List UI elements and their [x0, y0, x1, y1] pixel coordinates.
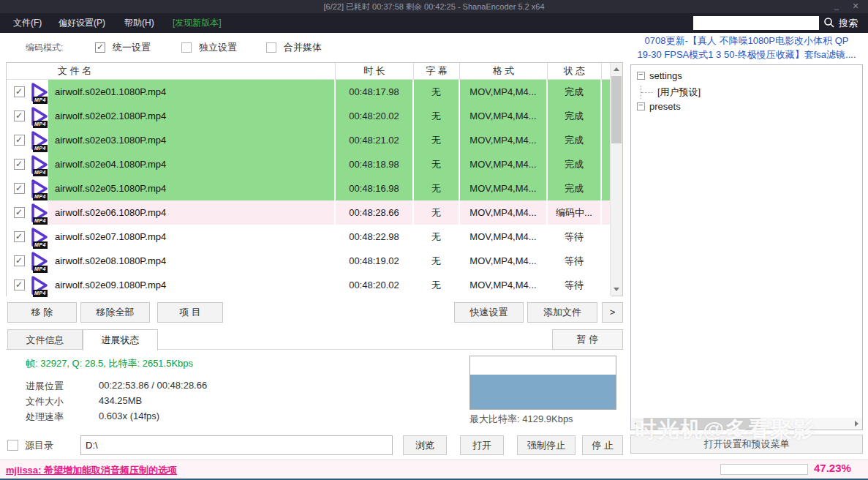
- mp4-badge: MP4: [33, 97, 48, 104]
- file-name: airwolf.s02e02.1080P.mp4: [55, 110, 166, 121]
- row-checkbox[interactable]: [14, 255, 25, 266]
- table-row[interactable]: MP4 airwolf.s02e02.1080P.mp4 00:48:20.02…: [7, 104, 611, 128]
- table-row[interactable]: MP4 airwolf.s02e04.1080P.mp4 00:48:18.98…: [7, 152, 611, 176]
- tree-item-presets[interactable]: presets: [637, 101, 681, 114]
- video-file-icon: MP4: [28, 105, 50, 127]
- remove-button[interactable]: 移 除: [7, 302, 77, 323]
- row-checkbox[interactable]: [14, 231, 25, 242]
- table-row[interactable]: MP4 airwolf.s02e01.1080P.mp4 00:48:17.98…: [7, 80, 611, 104]
- status-message[interactable]: mjlissa: 希望增加能取消音频压制的选项: [6, 464, 177, 477]
- table-row[interactable]: MP4 airwolf.s02e07.1080P.mp4 00:48:22.98…: [7, 225, 611, 249]
- tab-file-info[interactable]: 文件信息: [7, 329, 83, 350]
- status-cell: 编码中...: [548, 200, 602, 225]
- table-row[interactable]: MP4 airwolf.s02e03.1080P.mp4 00:48:21.02…: [7, 128, 611, 152]
- tree-horizontal-scrollbar[interactable]: [631, 418, 862, 430]
- format-cell: MOV,MP4,M4...: [460, 273, 548, 297]
- tab-progress-status[interactable]: 进展状态: [83, 329, 158, 350]
- file-queue-table: 文 件 名 时 长 字 幕 格 式 状 态 MP4 airwolf.s02e01…: [6, 62, 623, 296]
- menu-file[interactable]: 文件(F): [13, 13, 42, 33]
- browse-button[interactable]: 浏览: [403, 435, 447, 455]
- status-cell: 完成: [548, 176, 602, 200]
- collapse-icon[interactable]: [637, 72, 645, 80]
- row-checkbox[interactable]: [14, 183, 25, 194]
- file-name: airwolf.s02e08.1080P.mp4: [55, 255, 166, 266]
- file-cell: MP4 airwolf.s02e05.1080P.mp4: [7, 176, 336, 200]
- more-button[interactable]: >: [602, 302, 623, 323]
- force-stop-button[interactable]: 强制停止: [517, 435, 575, 455]
- video-file-icon: MP4: [28, 226, 50, 248]
- shanaencoder-window: [6/22] 已耗时 00:37:58 剩余 00:42:25 - ShanaE…: [0, 0, 868, 480]
- row-checkbox[interactable]: [14, 110, 25, 121]
- bitrate-chart-fill: [470, 375, 616, 409]
- preset-link-line2[interactable]: 19-30 FPSA模式1 3 50-终极慢压收藏】套fsa滤镜....: [629, 48, 864, 62]
- status-cell: 等待: [548, 273, 602, 297]
- table-row[interactable]: MP4 airwolf.s02e05.1080P.mp4 00:48:16.98…: [7, 176, 611, 200]
- search-input[interactable]: [693, 16, 819, 30]
- checkbox-icon[interactable]: [266, 42, 276, 53]
- video-file-icon: MP4: [28, 178, 50, 200]
- mp4-badge: MP4: [33, 266, 48, 273]
- file-size-label: 文件大小: [26, 395, 64, 408]
- scroll-left-icon[interactable]: [631, 418, 643, 430]
- scroll-down-icon[interactable]: [611, 283, 622, 296]
- mp4-badge: MP4: [33, 290, 48, 297]
- mp4-badge: MP4: [33, 145, 48, 152]
- close-button[interactable]: ✕: [848, 0, 864, 13]
- duration-cell: 00:48:16.98: [336, 176, 414, 200]
- remove-all-button[interactable]: 移除全部: [80, 302, 150, 323]
- scrollbar-thumb[interactable]: [644, 418, 761, 430]
- file-size-value: 434.25MB: [99, 395, 142, 406]
- scroll-up-icon[interactable]: [611, 63, 622, 75]
- quick-settings-button[interactable]: 快速设置: [454, 302, 524, 323]
- file-name: airwolf.s02e05.1080P.mp4: [55, 183, 166, 194]
- tree-item-settings[interactable]: settings: [637, 70, 682, 83]
- add-files-button[interactable]: 添加文件: [527, 302, 597, 323]
- column-header-filename[interactable]: 文 件 名: [7, 63, 336, 79]
- output-path-input[interactable]: [80, 435, 393, 455]
- search-button[interactable]: 搜索: [839, 13, 858, 33]
- duration-cell: 00:48:21.02: [336, 128, 414, 152]
- checkbox-icon[interactable]: [95, 42, 105, 53]
- menu-preferences[interactable]: 偏好设置(P): [59, 13, 105, 33]
- tree-label[interactable]: settings: [649, 70, 682, 81]
- column-header-format[interactable]: 格 式: [460, 63, 548, 79]
- project-button[interactable]: 项 目: [157, 302, 223, 323]
- menu-new-version[interactable]: [发现新版本]: [173, 13, 222, 33]
- column-header-subtitle[interactable]: 字 幕: [414, 63, 460, 79]
- open-preset-menu-button[interactable]: 打开设置和预设菜单: [630, 435, 863, 454]
- table-scrollbar[interactable]: [610, 63, 622, 296]
- table-row[interactable]: MP4 airwolf.s02e09.1080P.mp4 00:48:20.02…: [7, 273, 611, 297]
- status-cell: 完成: [548, 128, 602, 152]
- max-bitrate-label: 最大比特率: 4129.9Kbps: [469, 413, 573, 426]
- table-row-encoding[interactable]: MP4 airwolf.s02e06.1080P.mp4 00:48:28.66…: [7, 200, 611, 225]
- table-row[interactable]: MP4 airwolf.s02e08.1080P.mp4 00:48:19.02…: [7, 249, 611, 273]
- tree-label[interactable]: presets: [649, 101, 681, 112]
- speed-value: 0.603x (14fps): [99, 410, 159, 421]
- subtitle-cell: 无: [414, 128, 460, 152]
- row-checkbox[interactable]: [14, 159, 25, 170]
- scrollbar-thumb[interactable]: [611, 76, 622, 143]
- scroll-right-icon[interactable]: [850, 418, 862, 430]
- stop-button[interactable]: 停 止: [582, 435, 623, 455]
- row-checkbox[interactable]: [14, 207, 25, 218]
- checkbox-icon[interactable]: [181, 42, 192, 53]
- subtitle-cell: 无: [414, 176, 460, 200]
- window-title: [6/22] 已耗时 00:37:58 剩余 00:42:25 - ShanaE…: [0, 0, 868, 13]
- open-button[interactable]: 打开: [460, 435, 504, 455]
- row-checkbox[interactable]: [14, 135, 25, 146]
- column-header-duration[interactable]: 时 长: [336, 63, 414, 79]
- row-checkbox[interactable]: [14, 280, 25, 290]
- tree-item-user-preset[interactable]: [用户预设]: [641, 86, 701, 99]
- collapse-icon[interactable]: [637, 102, 645, 110]
- row-checkbox[interactable]: [14, 86, 25, 97]
- menu-help[interactable]: 帮助(H): [124, 13, 154, 33]
- format-cell: MOV,MP4,M4...: [460, 176, 548, 200]
- titlebar: [6/22] 已耗时 00:37:58 剩余 00:42:25 - ShanaE…: [0, 0, 868, 13]
- column-header-status[interactable]: 状 态: [548, 63, 602, 79]
- source-dir-checkbox[interactable]: [7, 440, 18, 451]
- format-cell: MOV,MP4,M4...: [460, 152, 548, 176]
- pause-button[interactable]: 暂 停: [552, 329, 623, 350]
- preset-link-line1[interactable]: 0708更新-【真人 不降噪1080P电影改小体积 QP: [629, 34, 864, 48]
- minimize-button[interactable]: _: [829, 0, 845, 13]
- file-cell: MP4 airwolf.s02e04.1080P.mp4: [7, 152, 336, 176]
